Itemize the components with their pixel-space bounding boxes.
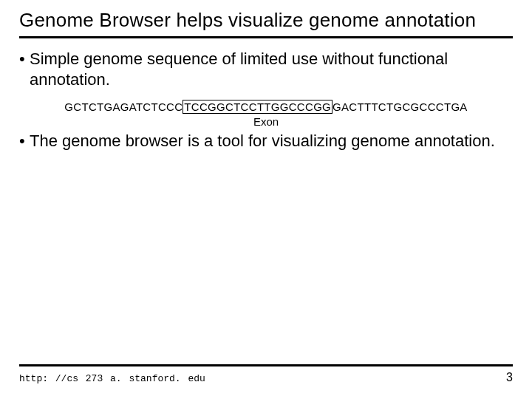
footer-rule: [19, 364, 513, 366]
footer: http: //cs 273 a. stanford. edu 3: [19, 371, 513, 384]
bullet-text: Simple genome sequence of limited use wi…: [30, 49, 513, 89]
bullet-item: • The genome browser is a tool for visua…: [19, 131, 513, 151]
bullet-item: • Simple genome sequence of limited use …: [19, 49, 513, 89]
sequence-block: GCTCTGAGATCTCCCTCCGGCTCCTTGGCCCGGGACTTTC…: [19, 100, 513, 128]
bullet-dot-icon: •: [19, 131, 30, 151]
sequence-post: GACTTTCTGCGCCCTGA: [332, 100, 468, 113]
bullet-text: The genome browser is a tool for visuali…: [30, 131, 513, 151]
bullet-dot-icon: •: [19, 49, 30, 69]
slide: Genome Browser helps visualize genome an…: [0, 0, 532, 399]
sequence-boxed-exon: TCCGGCTCCTTGGCCCGG: [183, 100, 332, 114]
page-number: 3: [506, 371, 513, 384]
sequence-pre: GCTCTGAGATCTCCC: [64, 100, 183, 113]
slide-body: • Simple genome sequence of limited use …: [19, 38, 513, 151]
slide-title: Genome Browser helps visualize genome an…: [19, 9, 513, 32]
dna-sequence: GCTCTGAGATCTCCCTCCGGCTCCTTGGCCCGGGACTTTC…: [64, 100, 467, 114]
footer-url: http: //cs 273 a. stanford. edu: [19, 373, 205, 384]
exon-label: Exon: [19, 115, 513, 128]
